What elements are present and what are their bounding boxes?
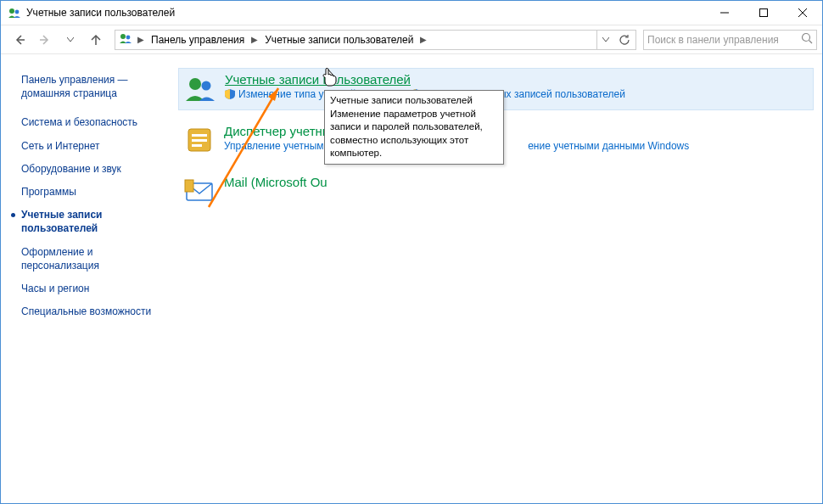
navbar: ▶ Панель управления ▶ Учетные записи пол… [1,25,822,54]
sidebar-item-appearance[interactable]: Оформление и персонализация [21,245,166,272]
search-icon [801,32,813,47]
category-mail[interactable]: Mail (Microsoft Ou [178,171,814,212]
maximize-button[interactable] [744,1,783,25]
forward-button[interactable] [33,28,57,52]
svg-rect-22 [185,180,193,192]
window-controls [705,1,822,25]
address-bar[interactable]: ▶ Панель управления ▶ Учетные записи пол… [115,30,636,50]
sidebar-home-link[interactable]: Панель управления — домашняя страница [21,73,166,100]
sublink-windows-credentials[interactable]: ение учетными данными Windows [528,140,689,152]
chevron-right-icon[interactable]: ▶ [249,35,260,44]
svg-rect-3 [760,9,768,17]
svg-rect-20 [192,144,202,147]
tooltip-title: Учетные записи пользователей [330,94,498,108]
body: Панель управления — домашняя страница Си… [1,54,822,503]
shield-icon [225,89,235,99]
svg-point-10 [126,36,131,40]
svg-point-0 [9,8,14,14]
window: Учетные записи пользователей [0,0,823,504]
breadcrumb-user-accounts[interactable]: Учетные записи пользователей [263,34,415,46]
category-title[interactable]: Учетные записи пользователей [225,72,808,87]
breadcrumb-control-panel[interactable]: Панель управления [149,34,246,46]
address-icon [119,31,132,48]
credential-manager-icon [183,124,216,156]
tooltip: Учетные записи пользователей Изменение п… [324,90,504,165]
search-input[interactable] [647,34,798,46]
sidebar-item-accounts[interactable]: Учетные записи пользователей [11,208,166,235]
svg-point-11 [803,34,810,42]
sidebar-item-accessibility[interactable]: Специальные возможности [21,305,166,318]
up-button[interactable] [84,28,108,52]
sidebar-item-hardware[interactable]: Оборудование и звук [21,162,166,176]
sublink-label: ение учетными данными Windows [528,140,689,152]
chevron-right-icon[interactable]: ▶ [418,35,428,44]
content: Учетные записи пользователей Изменение т… [175,54,822,503]
svg-point-9 [120,34,126,39]
svg-point-15 [189,78,201,90]
minimize-button[interactable] [705,1,744,25]
close-button[interactable] [783,1,822,25]
window-title: Учетные записи пользователей [26,7,705,19]
back-button[interactable] [8,28,31,52]
svg-line-12 [809,41,813,44]
refresh-button[interactable] [613,31,635,49]
sidebar-item-programs[interactable]: Программы [21,185,166,199]
bullet-icon [11,213,15,217]
sidebar-item-network[interactable]: Сеть и Интернет [21,139,166,153]
history-dropdown[interactable] [59,28,82,52]
sidebar-item-clock[interactable]: Часы и регион [21,282,166,295]
svg-point-1 [15,10,20,14]
search-box[interactable] [643,30,817,50]
mail-icon [183,175,216,207]
user-accounts-icon [8,6,21,20]
svg-rect-18 [192,134,207,137]
svg-point-16 [202,81,211,91]
tooltip-body: Изменение параметров учетной записи и па… [330,108,498,160]
category-title[interactable]: Mail (Microsoft Ou [224,175,809,189]
address-dropdown[interactable] [596,31,613,49]
sidebar-active-label: Учетные записи пользователей [21,208,166,235]
chevron-right-icon[interactable]: ▶ [136,35,146,44]
sidebar: Панель управления — домашняя страница Си… [1,54,175,503]
titlebar: Учетные записи пользователей [1,1,822,25]
svg-rect-19 [192,139,207,142]
sidebar-item-system[interactable]: Система и безопасность [21,115,166,129]
user-accounts-large-icon [184,72,216,104]
category-title[interactable]: Диспетчер учетнь [224,124,809,138]
